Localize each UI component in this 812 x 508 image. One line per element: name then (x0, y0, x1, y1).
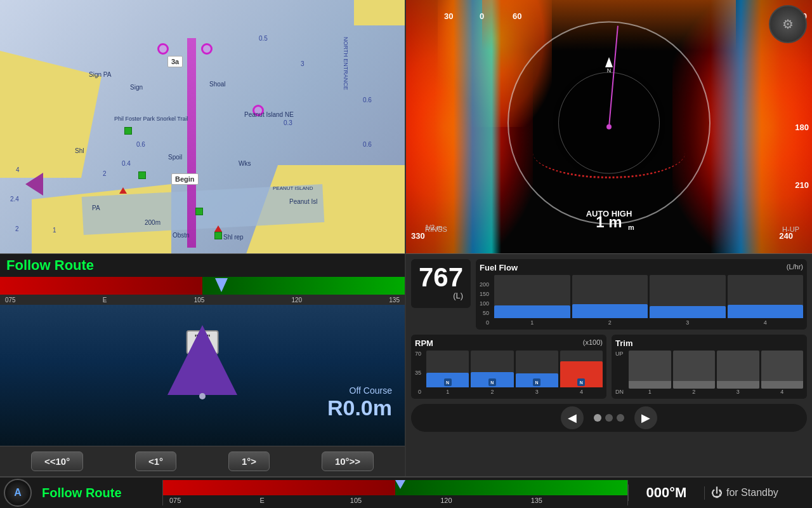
trim-bar-4-track (761, 351, 804, 389)
route-line (187, 38, 196, 248)
off-course-label: Off Course (327, 385, 392, 396)
radar-compass-180: 180 (795, 122, 809, 131)
depth-04: 0.4 (122, 160, 131, 167)
trim-scale: UP DN (615, 351, 624, 395)
chart-label-pa: PA (92, 204, 100, 211)
rpm-box: RPM (x100) 70 35 0 N (411, 335, 606, 399)
settings-button[interactable]: ⚙ (769, 5, 807, 43)
trim-bars-area: UP DN 1 (615, 351, 803, 395)
depth-2a: 2 (103, 170, 107, 177)
trim-bar-1-fill (629, 381, 671, 389)
xte-scale-left: 075 (5, 297, 16, 304)
chart-label-sign: Sign (130, 84, 143, 91)
chart-label-sign-pa: Sign PA (89, 71, 111, 78)
depth-05: 0.5 (259, 35, 268, 42)
radar-north-arrow-icon (605, 57, 613, 67)
rpm-bar-1-track: N (426, 351, 469, 387)
rpm-bars-area: 70 35 0 N 1 (415, 351, 603, 395)
trim-bar-2: 2 (673, 351, 716, 395)
trim-scale-up: UP (615, 351, 624, 357)
status-bar: A Follow Route 075 E 105 120 135 000°M ⏻… (0, 476, 812, 508)
fuel-bar-1-fill (494, 305, 570, 318)
rpm-bar-3-label: 3 (535, 389, 539, 395)
steer-left-10-button[interactable]: <<10° (31, 451, 83, 471)
radar-rings-label: RINGS (425, 225, 447, 231)
depth-3: 3 (301, 60, 304, 67)
rpm-bar-1: N 1 (426, 351, 469, 395)
steer-right-1-button[interactable]: 1°> (228, 451, 270, 471)
fuel-bar-4: 4 (728, 275, 803, 326)
chart-label-north-entrance: NORTH ENTRANCE (343, 37, 349, 90)
boat-dot (199, 393, 206, 399)
fuel-unit: (L) (453, 291, 463, 300)
status-xte-red (163, 480, 395, 495)
fuel-bar-3-track (650, 275, 725, 318)
status-heading: 000°M (628, 485, 704, 501)
trim-bar-3-label: 3 (737, 389, 740, 395)
nav-display: "3a" 407m Off Course R0.0m (0, 305, 405, 446)
trim-bar-4-label: 4 (780, 389, 783, 395)
radar-gain-unit: m (628, 224, 634, 231)
trim-bar-3-track (717, 351, 759, 389)
radar-north-label: N (605, 67, 613, 74)
depth-2b: 2 (15, 225, 19, 232)
fuel-flow-chart: Fuel Flow (L/hr) 200 150 100 50 0 (476, 259, 807, 330)
trim-bar-2-track (673, 351, 716, 389)
off-course-display: Off Course R0.0m (327, 385, 392, 420)
chart-label-spoil: Spoil (168, 154, 182, 161)
chart-label-shl: Shl (75, 147, 84, 154)
chart-label-peanut-ne: Peanut Island NE (244, 111, 294, 118)
red-buoy-1 (119, 187, 127, 194)
green-buoy-3 (195, 208, 203, 215)
status-logo[interactable]: A (4, 479, 32, 507)
rpm-scale-70: 70 (415, 351, 421, 357)
nav-dot-1 (594, 414, 601, 422)
status-xte-e: E (259, 497, 350, 504)
status-xte-right1: 120 (440, 497, 530, 504)
depth-4: 4 (16, 166, 20, 173)
status-xte-bar: 075 E 105 120 135 (162, 480, 628, 505)
status-xte-cursor (395, 480, 405, 489)
fuel-flow-title-row: Fuel Flow (L/hr) (480, 263, 803, 272)
xte-scale-e: E (103, 297, 107, 304)
nav-dot-3 (617, 414, 624, 422)
nav-dot-2 (605, 414, 613, 422)
status-xte-right2: 135 (531, 497, 621, 504)
fuel-bar-3-label: 3 (686, 319, 689, 326)
instruments-panel: 767 (L) Fuel Flow (L/hr) 200 150 100 50 … (406, 254, 812, 476)
rpm-bar-2-label: 2 (490, 389, 494, 395)
fuel-flow-bars: 1 2 3 (494, 275, 803, 326)
fuel-scale-150: 150 (480, 291, 489, 297)
depth-06b: 0.6 (363, 141, 372, 148)
xte-scale-center: 105 (194, 297, 205, 304)
rpm-title-row: RPM (x100) (415, 338, 603, 348)
status-standby: ⏻ for Standby (704, 486, 812, 500)
fuel-bar-3: 3 (650, 275, 725, 326)
waypoint-marker-1 (157, 43, 169, 55)
nav-next-button[interactable]: ▶ (634, 406, 657, 429)
xte-scale-container: 075 E 105 120 135 (0, 295, 405, 305)
instruments-bottom-row: RPM (x100) 70 35 0 N (411, 335, 807, 399)
status-follow-route-label: Follow Route (36, 486, 162, 500)
settings-icon: ⚙ (782, 17, 794, 32)
waypoint-label-3a: 3a (167, 56, 183, 67)
depth-06c: 0.6 (136, 141, 145, 148)
steer-left-1-button[interactable]: <1° (135, 451, 176, 471)
trim-title-row: Trim (615, 338, 803, 348)
radar-north-arrow: N (605, 57, 613, 74)
chart-label-wks: Wks (239, 160, 251, 167)
nav-prev-button[interactable]: ◀ (561, 406, 584, 429)
xte-bar (0, 277, 405, 295)
nav-arrows: ◀ ▶ (411, 404, 807, 432)
rpm-bar-2-n: N (488, 378, 496, 386)
trim-bar-1-track (629, 351, 671, 389)
radar-panel: 60 150 180 210 240 330 30 0 AUTO HIGH 1/… (406, 0, 812, 254)
rpm-scale-0: 0 (415, 389, 421, 395)
instruments-top-row: 767 (L) Fuel Flow (L/hr) 200 150 100 50 … (411, 259, 807, 330)
radar-compass-60: 60 (513, 11, 521, 21)
nav-dots (594, 414, 624, 422)
radar-orientation-label: H-UP (782, 225, 799, 231)
steer-right-10-button[interactable]: 10°>> (322, 451, 374, 471)
land-mass-top-right (354, 0, 405, 25)
green-buoy-4 (214, 232, 222, 239)
